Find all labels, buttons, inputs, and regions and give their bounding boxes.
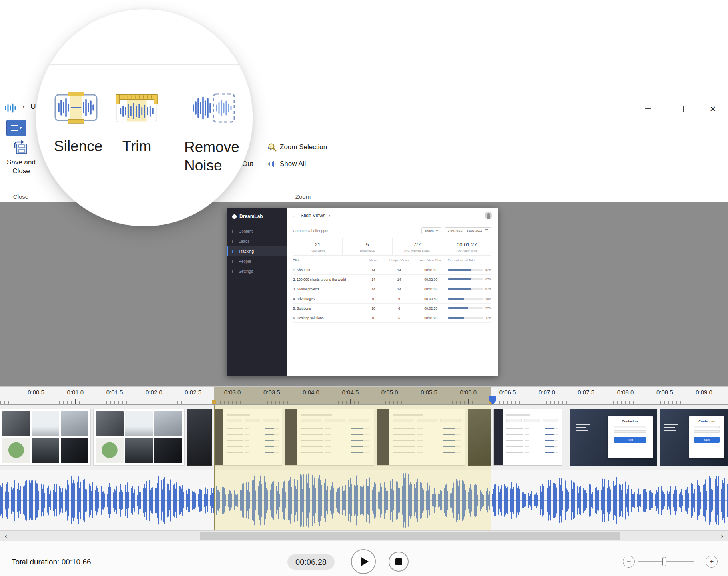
filmstrip-thumbnail-dashboard[interactable] (493, 409, 562, 466)
current-time-display: 00:06.28 (287, 554, 335, 570)
trim-button[interactable] (115, 93, 158, 124)
zoom-selection-icon (267, 142, 277, 152)
cell-views: 14 (363, 268, 385, 272)
ruler-time-label: 0:07.0 (539, 389, 555, 396)
nav-item-icon (232, 270, 235, 273)
chevron-down-icon (436, 230, 438, 232)
cell-slide: 4. Advantages (293, 297, 363, 301)
stat-value: 5 (343, 242, 392, 248)
save-and-close-button[interactable]: Save and Close (2, 139, 41, 191)
date-range: 24/07/2017 - 31/07/2017 (445, 227, 491, 234)
maximize-button[interactable] (674, 103, 687, 115)
ruler-time-label: 0:03.5 (263, 389, 280, 396)
cell-slide: 6. Desktop solutions (293, 316, 363, 320)
ruler-major-tick (626, 399, 626, 404)
ruler-major-tick (350, 399, 351, 404)
ruler-major-tick (272, 399, 272, 404)
zoom-in-button[interactable]: + (706, 556, 718, 568)
preview-filename: Commercial offer.pptx (293, 229, 328, 233)
ruler-time-label: 0:02.0 (146, 389, 162, 396)
avatar (485, 212, 492, 219)
progress-bar (448, 288, 483, 290)
silence-button[interactable] (54, 91, 98, 124)
playback-bar: Total duration: 00:10.66 00:06.28 − + (0, 541, 728, 576)
zoom-out-button[interactable]: − (623, 556, 635, 568)
magnified-ribbon-edge (46, 64, 242, 65)
cell-unique-views: 14 (384, 268, 414, 272)
trim-icon (115, 93, 158, 124)
minimize-icon (645, 108, 651, 109)
show-all-label: Show All (280, 160, 306, 168)
avatar-person-icon (487, 213, 490, 216)
ruler-time-label: 0:03.0 (224, 389, 241, 396)
zoom-slider[interactable] (638, 556, 694, 568)
preview-header: ← Slide Views ▾ (287, 208, 498, 223)
close-button[interactable]: ✕ (706, 103, 720, 115)
progress-bar (448, 298, 483, 300)
zoom-selection-button[interactable]: Zoom Selection (267, 142, 327, 152)
percentage-label: 67% (485, 278, 491, 281)
audio-editor-screenshot: ▾ U ✕ ▾ Save and Close (0, 0, 728, 576)
play-icon (361, 557, 369, 566)
quick-access-caret-icon[interactable]: ▾ (22, 104, 25, 109)
cell-avg-view-time: 00:00:50 (414, 297, 448, 301)
save-and-close-label-line2: Close (12, 167, 30, 175)
stop-icon (395, 558, 402, 565)
filmstrip-thumbnail-photos[interactable] (93, 409, 185, 466)
preview-stat: 5Downloads (342, 238, 392, 255)
zoom-slider-thumb[interactable] (662, 557, 666, 566)
ruler-time-label: 0:01.5 (106, 389, 123, 396)
contact-slide-button: Next (614, 437, 647, 443)
ruler-time-label: 0:07.5 (578, 389, 594, 396)
preview-table-row: 1. About us141400:01:1367% (293, 265, 491, 275)
filmstrip-thumbnail-photos[interactable] (0, 409, 91, 466)
scroll-left-arrow[interactable]: ‹ (1, 531, 11, 541)
ruler-major-tick (233, 399, 233, 404)
ribbon-group-separator (343, 140, 343, 199)
show-all-icon (267, 159, 277, 169)
stat-label: Downloads (343, 249, 392, 252)
minimize-button[interactable] (641, 103, 655, 115)
remove-noise-button[interactable] (191, 91, 236, 125)
cell-unique-views: 14 (384, 287, 414, 291)
cell-unique-views: 14 (384, 278, 414, 282)
show-all-button[interactable]: Show All (267, 159, 306, 169)
ruler-major-tick (586, 399, 586, 404)
preview-stat: 7/7Avg. Viewed Slides (392, 238, 442, 255)
preview-table-row: 4. Advantages10900:00:5046% (293, 294, 491, 304)
ruler-time-label: 0:05.0 (381, 389, 398, 396)
ruler-major-tick (193, 399, 193, 404)
timeline-ruler[interactable]: 0:00.50:01.00:01.50:02.00:02.50:03.00:03… (0, 386, 728, 405)
ruler-time-label: 0:04.5 (342, 389, 359, 396)
preview-nav-content: Content (227, 226, 287, 236)
nav-item-label: Settings (239, 269, 253, 274)
nav-item-label: Content (239, 229, 253, 234)
scrollbar-thumb[interactable] (200, 532, 620, 540)
timeline-scrollbar[interactable]: ‹ › (0, 530, 728, 541)
filmstrip-thumbnail-dark[interactable] (187, 409, 212, 466)
preview-table-body: 1. About us141400:01:1367%2. 100 000 cli… (293, 265, 491, 323)
brand-name: DreamLab (239, 214, 263, 219)
selection-start-handle[interactable] (212, 400, 216, 404)
play-button[interactable] (351, 549, 376, 574)
timeline-selection[interactable] (214, 405, 491, 530)
cell-slide: 5. Solutions (293, 306, 363, 310)
ruler-time-label: 0:05.5 (421, 389, 437, 396)
cell-views: 10 (363, 316, 385, 320)
magnified-group-separator (172, 81, 172, 216)
progress-bar (448, 317, 483, 319)
scroll-right-arrow[interactable]: › (717, 531, 727, 541)
ruler-time-label: 0:08.5 (656, 389, 673, 396)
total-duration-label: Total duration: 00:10.66 (12, 558, 91, 566)
table-header-cell: Views (363, 258, 385, 262)
nav-item-icon (232, 260, 235, 263)
stop-button[interactable] (389, 552, 409, 572)
progress-bar (448, 278, 483, 280)
filmstrip-thumbnail-contact[interactable]: Contact usNext (660, 409, 728, 466)
preview-main: ← Slide Views ▾ Commercial offer.pptx Ex… (287, 208, 498, 376)
filmstrip-thumbnail-contact[interactable]: Contact usNext (570, 409, 657, 466)
table-header-cell: Percentage of Total (448, 258, 491, 262)
close-group-label: Close (0, 193, 42, 200)
save-and-close-icon (14, 140, 29, 156)
file-menu-button[interactable]: ▾ (6, 120, 26, 136)
